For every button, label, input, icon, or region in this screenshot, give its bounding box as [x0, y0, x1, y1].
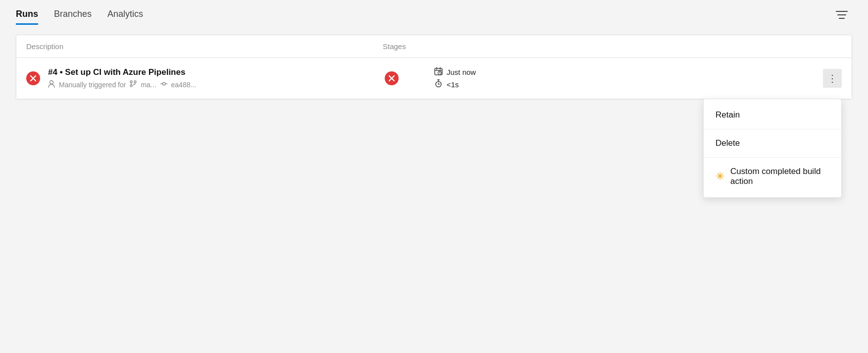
- branch-text: ma...: [141, 81, 156, 89]
- row-status-error-icon: [26, 71, 40, 85]
- context-menu-custom[interactable]: ✳ Custom completed build action: [704, 160, 841, 193]
- delete-label: Delete: [715, 138, 740, 148]
- svg-point-9: [162, 82, 165, 85]
- menu-divider-1: [704, 129, 841, 129]
- col-description-header: Description: [26, 42, 383, 51]
- more-button[interactable]: ⋮: [823, 69, 842, 88]
- stage-error-circle: [385, 71, 399, 85]
- row-description-block: #4 • Set up CI with Azure Pipelines Man: [48, 67, 385, 89]
- svg-point-5: [50, 81, 53, 84]
- col-stages-header: Stages: [383, 42, 842, 51]
- clock-calendar-icon: [434, 67, 443, 77]
- tab-runs[interactable]: Runs: [16, 9, 38, 25]
- run-meta: Manually triggered for ma...: [48, 80, 385, 89]
- context-menu-retain[interactable]: Retain: [704, 103, 841, 127]
- time-duration-text: <1s: [447, 80, 459, 89]
- tab-analytics[interactable]: Analytics: [107, 9, 143, 25]
- commit-text: ea488...: [171, 81, 197, 89]
- time-block: Just now <1s: [434, 67, 476, 90]
- more-button-container: ⋮ Retain Delete ✳ C: [815, 69, 842, 88]
- more-dots-icon: ⋮: [827, 72, 837, 84]
- error-circle: [26, 71, 40, 85]
- menu-divider-2: [704, 157, 841, 158]
- stopwatch-icon: [434, 79, 443, 90]
- table-header: Description Stages: [16, 35, 852, 58]
- run-title[interactable]: #4 • Set up CI with Azure Pipelines: [48, 67, 385, 77]
- time-duration-line: <1s: [434, 79, 476, 90]
- person-icon: [48, 80, 55, 89]
- context-menu-delete[interactable]: Delete: [704, 131, 841, 155]
- branch-icon: [130, 80, 137, 89]
- context-menu: Retain Delete ✳ Custom completed build a…: [703, 99, 842, 198]
- commit-icon: [160, 80, 167, 89]
- time-queued-line: Just now: [434, 67, 476, 77]
- custom-label: Custom completed build action: [730, 167, 829, 186]
- time-queued-text: Just now: [447, 68, 476, 76]
- table-row: #4 • Set up CI with Azure Pipelines Man: [16, 58, 852, 99]
- trigger-text: Manually triggered for: [59, 81, 126, 89]
- row-stages-block: Just now <1s: [385, 67, 842, 90]
- stage-error-icon: [385, 71, 399, 85]
- tabs-bar: Runs Branches Analytics: [16, 8, 852, 25]
- tabs-left: Runs Branches Analytics: [16, 9, 143, 25]
- filter-icon[interactable]: [831, 8, 852, 25]
- page-container: Runs Branches Analytics Description Stag…: [0, 0, 868, 353]
- retain-label: Retain: [715, 110, 740, 120]
- table-card: Description Stages #4 •: [16, 35, 852, 99]
- tab-branches[interactable]: Branches: [54, 9, 92, 25]
- custom-star-icon: ✳: [715, 171, 724, 182]
